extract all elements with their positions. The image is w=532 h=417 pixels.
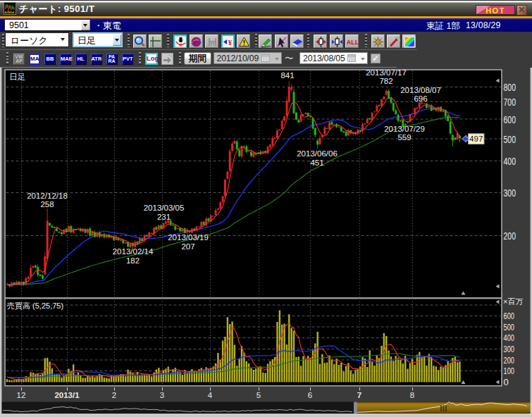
svg-text:12: 12 bbox=[17, 391, 26, 399]
svg-text:2013/08/07: 2013/08/07 bbox=[400, 86, 441, 94]
svg-text:2013/03/05: 2013/03/05 bbox=[144, 204, 185, 212]
svg-text:300: 300 bbox=[504, 187, 516, 199]
svg-text:700: 700 bbox=[504, 96, 516, 108]
svg-text:2012/12/18: 2012/12/18 bbox=[27, 192, 68, 200]
svg-text:2013/03/19: 2013/03/19 bbox=[168, 233, 209, 242]
svg-text:200: 200 bbox=[504, 355, 515, 366]
svg-text:258: 258 bbox=[40, 200, 54, 208]
svg-text:300: 300 bbox=[504, 344, 515, 354]
svg-text:231: 231 bbox=[157, 213, 171, 221]
svg-text:500: 500 bbox=[504, 133, 516, 145]
svg-text:600: 600 bbox=[504, 113, 516, 125]
svg-text:5: 5 bbox=[256, 391, 261, 399]
svg-text:782: 782 bbox=[379, 77, 392, 85]
svg-text:500: 500 bbox=[504, 322, 515, 332]
svg-text:6: 6 bbox=[308, 391, 312, 399]
svg-text:日足: 日足 bbox=[9, 73, 25, 81]
svg-text:×百万: ×百万 bbox=[503, 297, 523, 306]
svg-text:207: 207 bbox=[181, 242, 194, 251]
svg-text:2013/1: 2013/1 bbox=[54, 391, 80, 399]
svg-text:0: 0 bbox=[504, 377, 509, 387]
svg-text:2013/02/14: 2013/02/14 bbox=[113, 247, 154, 256]
svg-text:497: 497 bbox=[469, 135, 483, 143]
svg-text:2: 2 bbox=[112, 391, 116, 399]
svg-text:559: 559 bbox=[397, 133, 411, 142]
svg-text:7: 7 bbox=[357, 391, 361, 399]
svg-text:3: 3 bbox=[160, 391, 164, 399]
svg-text:800: 800 bbox=[504, 81, 516, 93]
svg-text:400: 400 bbox=[504, 332, 515, 343]
svg-text:売買高 (5,25,75): 売買高 (5,25,75) bbox=[7, 301, 63, 310]
svg-text:451: 451 bbox=[310, 158, 323, 167]
svg-text:841: 841 bbox=[280, 71, 294, 80]
svg-text:696: 696 bbox=[414, 94, 427, 103]
svg-text:400: 400 bbox=[504, 155, 516, 167]
svg-text:8: 8 bbox=[410, 391, 414, 399]
svg-text:4: 4 bbox=[208, 391, 213, 399]
svg-text:182: 182 bbox=[126, 256, 140, 265]
svg-text:100: 100 bbox=[504, 366, 515, 376]
svg-text:2013/07/29: 2013/07/29 bbox=[384, 125, 425, 133]
svg-text:2013/06/06: 2013/06/06 bbox=[297, 149, 338, 158]
svg-text:2013/07/17: 2013/07/17 bbox=[366, 68, 407, 77]
svg-text:600: 600 bbox=[504, 311, 515, 321]
svg-text:200: 200 bbox=[504, 230, 516, 242]
